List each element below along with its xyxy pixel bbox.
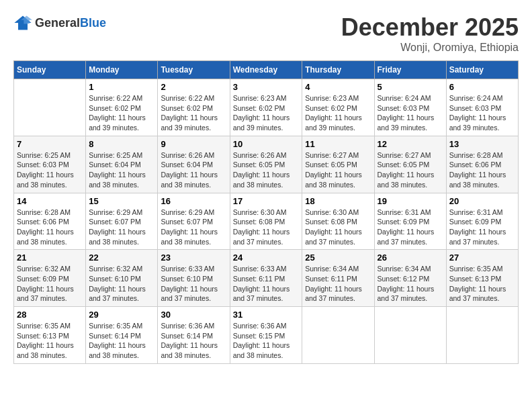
calendar-cell: 26Sunrise: 6:34 AM Sunset: 6:12 PM Dayli… — [374, 250, 446, 307]
calendar-cell: 14Sunrise: 6:28 AM Sunset: 6:06 PM Dayli… — [14, 193, 86, 250]
day-number: 30 — [161, 310, 226, 320]
calendar-cell — [374, 307, 446, 364]
day-number: 17 — [233, 196, 300, 206]
header-thursday: Thursday — [302, 61, 374, 79]
day-info: Sunrise: 6:36 AM Sunset: 6:15 PM Dayligh… — [233, 321, 300, 361]
calendar-cell — [446, 307, 518, 364]
calendar-table: SundayMondayTuesdayWednesdayThursdayFrid… — [13, 60, 519, 364]
day-info: Sunrise: 6:25 AM Sunset: 6:04 PM Dayligh… — [89, 150, 154, 190]
logo-icon — [13, 13, 32, 32]
day-info: Sunrise: 6:32 AM Sunset: 6:10 PM Dayligh… — [89, 264, 154, 304]
day-info: Sunrise: 6:24 AM Sunset: 6:03 PM Dayligh… — [378, 93, 443, 133]
calendar-cell: 30Sunrise: 6:36 AM Sunset: 6:14 PM Dayli… — [158, 307, 230, 364]
day-number: 11 — [305, 139, 371, 149]
calendar-cell: 7Sunrise: 6:25 AM Sunset: 6:03 PM Daylig… — [14, 136, 86, 193]
day-info: Sunrise: 6:27 AM Sunset: 6:05 PM Dayligh… — [378, 150, 443, 190]
calendar-cell: 20Sunrise: 6:31 AM Sunset: 6:09 PM Dayli… — [446, 193, 518, 250]
day-number: 6 — [449, 82, 515, 92]
calendar-cell: 5Sunrise: 6:24 AM Sunset: 6:03 PM Daylig… — [374, 79, 446, 136]
day-info: Sunrise: 6:35 AM Sunset: 6:13 PM Dayligh… — [17, 321, 83, 361]
day-info: Sunrise: 6:31 AM Sunset: 6:09 PM Dayligh… — [378, 208, 443, 247]
calendar-cell: 31Sunrise: 6:36 AM Sunset: 6:15 PM Dayli… — [230, 307, 302, 364]
day-number: 8 — [89, 139, 154, 149]
calendar-cell: 2Sunrise: 6:22 AM Sunset: 6:02 PM Daylig… — [158, 79, 230, 136]
day-info: Sunrise: 6:28 AM Sunset: 6:06 PM Dayligh… — [17, 208, 83, 247]
day-number: 19 — [378, 196, 443, 206]
day-number: 1 — [89, 82, 154, 92]
day-info: Sunrise: 6:23 AM Sunset: 6:02 PM Dayligh… — [305, 93, 371, 133]
header-sunday: Sunday — [14, 61, 86, 79]
day-info: Sunrise: 6:24 AM Sunset: 6:03 PM Dayligh… — [449, 93, 515, 133]
calendar-cell: 29Sunrise: 6:35 AM Sunset: 6:14 PM Dayli… — [86, 307, 158, 364]
calendar-cell: 22Sunrise: 6:32 AM Sunset: 6:10 PM Dayli… — [86, 250, 158, 307]
day-info: Sunrise: 6:22 AM Sunset: 6:02 PM Dayligh… — [89, 93, 154, 133]
day-number: 7 — [17, 139, 83, 149]
header-wednesday: Wednesday — [230, 61, 302, 79]
calendar-cell: 27Sunrise: 6:35 AM Sunset: 6:13 PM Dayli… — [446, 250, 518, 307]
day-info: Sunrise: 6:26 AM Sunset: 6:04 PM Dayligh… — [161, 150, 226, 190]
calendar-cell: 3Sunrise: 6:23 AM Sunset: 6:02 PM Daylig… — [230, 79, 302, 136]
day-info: Sunrise: 6:34 AM Sunset: 6:11 PM Dayligh… — [305, 264, 371, 304]
day-number: 2 — [161, 82, 226, 92]
day-number: 24 — [233, 253, 300, 263]
calendar-cell: 11Sunrise: 6:27 AM Sunset: 6:05 PM Dayli… — [302, 136, 374, 193]
day-info: Sunrise: 6:35 AM Sunset: 6:13 PM Dayligh… — [449, 264, 515, 304]
day-info: Sunrise: 6:30 AM Sunset: 6:08 PM Dayligh… — [233, 208, 300, 247]
header-tuesday: Tuesday — [158, 61, 230, 79]
calendar-cell: 1Sunrise: 6:22 AM Sunset: 6:02 PM Daylig… — [86, 79, 158, 136]
day-number: 29 — [89, 310, 154, 320]
calendar-cell: 13Sunrise: 6:28 AM Sunset: 6:06 PM Dayli… — [446, 136, 518, 193]
day-info: Sunrise: 6:34 AM Sunset: 6:12 PM Dayligh… — [378, 264, 443, 304]
calendar-week-3: 21Sunrise: 6:32 AM Sunset: 6:09 PM Dayli… — [14, 250, 519, 307]
calendar-cell: 6Sunrise: 6:24 AM Sunset: 6:03 PM Daylig… — [446, 79, 518, 136]
page-header: GeneralBlue December 2025 Wonji, Oromiya… — [13, 13, 519, 54]
calendar-cell: 8Sunrise: 6:25 AM Sunset: 6:04 PM Daylig… — [86, 136, 158, 193]
day-number: 25 — [305, 253, 371, 263]
title-area: December 2025 Wonji, Oromiya, Ethiopia — [341, 13, 519, 54]
day-info: Sunrise: 6:27 AM Sunset: 6:05 PM Dayligh… — [305, 150, 371, 190]
day-number: 26 — [378, 253, 443, 263]
day-number: 20 — [449, 196, 515, 206]
location-title: Wonji, Oromiya, Ethiopia — [341, 42, 519, 54]
day-number: 4 — [305, 82, 371, 92]
day-number: 16 — [161, 196, 226, 206]
day-info: Sunrise: 6:29 AM Sunset: 6:07 PM Dayligh… — [161, 208, 226, 247]
day-number: 27 — [449, 253, 515, 263]
calendar-cell: 19Sunrise: 6:31 AM Sunset: 6:09 PM Dayli… — [374, 193, 446, 250]
day-number: 12 — [378, 139, 443, 149]
day-info: Sunrise: 6:33 AM Sunset: 6:10 PM Dayligh… — [161, 264, 226, 304]
day-number: 23 — [161, 253, 226, 263]
day-number: 22 — [89, 253, 154, 263]
calendar-cell: 23Sunrise: 6:33 AM Sunset: 6:10 PM Dayli… — [158, 250, 230, 307]
day-info: Sunrise: 6:28 AM Sunset: 6:06 PM Dayligh… — [449, 150, 515, 190]
day-info: Sunrise: 6:36 AM Sunset: 6:14 PM Dayligh… — [161, 321, 226, 361]
month-title: December 2025 — [341, 13, 519, 42]
calendar-cell: 17Sunrise: 6:30 AM Sunset: 6:08 PM Dayli… — [230, 193, 302, 250]
day-number: 5 — [378, 82, 443, 92]
calendar-week-1: 7Sunrise: 6:25 AM Sunset: 6:03 PM Daylig… — [14, 136, 519, 193]
day-number: 28 — [17, 310, 83, 320]
header-monday: Monday — [86, 61, 158, 79]
calendar-cell: 24Sunrise: 6:33 AM Sunset: 6:11 PM Dayli… — [230, 250, 302, 307]
calendar-cell: 21Sunrise: 6:32 AM Sunset: 6:09 PM Dayli… — [14, 250, 86, 307]
calendar-cell: 25Sunrise: 6:34 AM Sunset: 6:11 PM Dayli… — [302, 250, 374, 307]
day-number: 13 — [449, 139, 515, 149]
day-number: 3 — [233, 82, 300, 92]
day-info: Sunrise: 6:32 AM Sunset: 6:09 PM Dayligh… — [17, 264, 83, 304]
header-saturday: Saturday — [446, 61, 518, 79]
day-info: Sunrise: 6:35 AM Sunset: 6:14 PM Dayligh… — [89, 321, 154, 361]
logo: GeneralBlue — [13, 13, 106, 32]
day-info: Sunrise: 6:22 AM Sunset: 6:02 PM Dayligh… — [161, 93, 226, 133]
calendar-cell: 9Sunrise: 6:26 AM Sunset: 6:04 PM Daylig… — [158, 136, 230, 193]
header-friday: Friday — [374, 61, 446, 79]
logo-general: General — [35, 16, 80, 30]
day-number: 21 — [17, 253, 83, 263]
day-number: 10 — [233, 139, 300, 149]
calendar-cell: 10Sunrise: 6:26 AM Sunset: 6:05 PM Dayli… — [230, 136, 302, 193]
day-number: 14 — [17, 196, 83, 206]
day-number: 9 — [161, 139, 226, 149]
calendar-cell: 28Sunrise: 6:35 AM Sunset: 6:13 PM Dayli… — [14, 307, 86, 364]
calendar-cell — [302, 307, 374, 364]
calendar-cell: 15Sunrise: 6:29 AM Sunset: 6:07 PM Dayli… — [86, 193, 158, 250]
day-info: Sunrise: 6:25 AM Sunset: 6:03 PM Dayligh… — [17, 150, 83, 190]
